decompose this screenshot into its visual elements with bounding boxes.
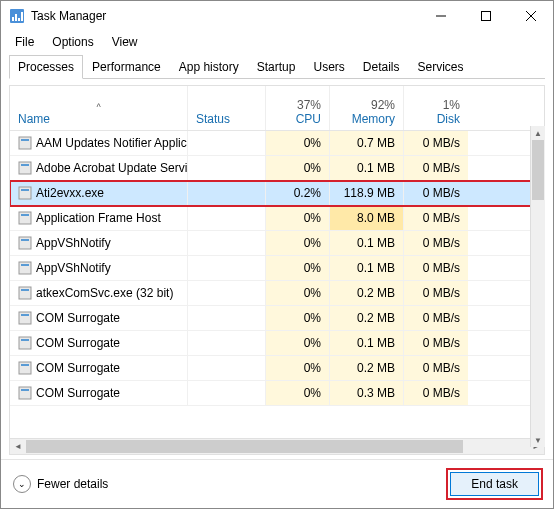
process-memory: 0.2 MB xyxy=(330,281,404,305)
table-row[interactable]: atkexComSvc.exe (32 bit)0%0.2 MB0 MB/s xyxy=(10,281,544,306)
table-row[interactable]: AppVShNotify0%0.1 MB0 MB/s xyxy=(10,256,544,281)
table-row[interactable]: AppVShNotify0%0.1 MB0 MB/s xyxy=(10,231,544,256)
menu-file[interactable]: File xyxy=(7,33,42,51)
process-cpu: 0% xyxy=(266,331,330,355)
process-memory: 0.3 MB xyxy=(330,381,404,405)
hscroll-thumb[interactable] xyxy=(26,440,463,453)
memory-total: 92% xyxy=(338,98,395,112)
process-cpu: 0% xyxy=(266,256,330,280)
process-icon xyxy=(18,311,32,325)
titlebar[interactable]: Task Manager xyxy=(1,1,553,31)
svg-rect-21 xyxy=(19,287,31,299)
process-cpu: 0% xyxy=(266,356,330,380)
minimize-button[interactable] xyxy=(418,1,463,31)
process-icon xyxy=(18,186,32,200)
table-row[interactable]: Ati2evxx.exe0.2%118.9 MB0 MB/s xyxy=(10,181,544,206)
process-disk: 0 MB/s xyxy=(404,181,468,205)
svg-rect-25 xyxy=(19,337,31,349)
svg-rect-27 xyxy=(19,362,31,374)
table-row[interactable]: AAM Updates Notifier Applicati...0%0.7 M… xyxy=(10,131,544,156)
svg-rect-10 xyxy=(21,139,29,141)
tab-details[interactable]: Details xyxy=(354,55,409,79)
process-disk: 0 MB/s xyxy=(404,156,468,180)
menubar: File Options View xyxy=(1,31,553,55)
tab-startup[interactable]: Startup xyxy=(248,55,305,79)
process-name-cell: Ati2evxx.exe xyxy=(10,181,188,205)
process-status xyxy=(188,281,266,305)
process-cpu: 0% xyxy=(266,131,330,155)
svg-rect-26 xyxy=(21,339,29,341)
process-disk: 0 MB/s xyxy=(404,356,468,380)
table-row[interactable]: COM Surrogate0%0.3 MB0 MB/s xyxy=(10,381,544,406)
menu-options[interactable]: Options xyxy=(44,33,101,51)
vertical-scrollbar[interactable]: ▲ ▼ xyxy=(530,126,545,447)
process-disk: 0 MB/s xyxy=(404,381,468,405)
svg-rect-12 xyxy=(21,164,29,166)
table-row[interactable]: COM Surrogate0%0.2 MB0 MB/s xyxy=(10,356,544,381)
close-button[interactable] xyxy=(508,1,553,31)
svg-rect-2 xyxy=(15,14,17,21)
process-icon xyxy=(18,286,32,300)
process-name-cell: COM Surrogate xyxy=(10,306,188,330)
process-name: atkexComSvc.exe (32 bit) xyxy=(36,286,173,300)
process-icon xyxy=(18,261,32,275)
scroll-thumb[interactable] xyxy=(532,140,544,200)
process-name-cell: COM Surrogate xyxy=(10,381,188,405)
table-row[interactable]: COM Surrogate0%0.2 MB0 MB/s xyxy=(10,306,544,331)
svg-rect-6 xyxy=(481,12,490,21)
process-status xyxy=(188,381,266,405)
table-row[interactable]: Application Frame Host0%8.0 MB0 MB/s xyxy=(10,206,544,231)
process-memory: 0.2 MB xyxy=(330,306,404,330)
column-name[interactable]: ^ Name xyxy=(10,86,188,130)
end-task-button[interactable]: End task xyxy=(450,472,539,496)
svg-rect-9 xyxy=(19,137,31,149)
svg-rect-19 xyxy=(19,262,31,274)
process-cpu: 0% xyxy=(266,156,330,180)
svg-rect-23 xyxy=(19,312,31,324)
svg-rect-30 xyxy=(21,389,29,391)
column-name-label: Name xyxy=(18,112,179,126)
process-disk: 0 MB/s xyxy=(404,256,468,280)
svg-rect-15 xyxy=(19,212,31,224)
app-icon xyxy=(9,8,25,24)
scroll-up-icon[interactable]: ▲ xyxy=(531,126,545,140)
process-cpu: 0% xyxy=(266,206,330,230)
scroll-left-icon[interactable]: ◄ xyxy=(10,442,26,451)
horizontal-scrollbar[interactable]: ◄ ► xyxy=(9,439,545,455)
column-disk[interactable]: 1% Disk xyxy=(404,86,468,130)
fewer-details-button[interactable]: ⌄ Fewer details xyxy=(13,475,108,493)
column-status[interactable]: Status xyxy=(188,86,266,130)
process-memory: 0.1 MB xyxy=(330,156,404,180)
tab-app-history[interactable]: App history xyxy=(170,55,248,79)
tabbar: Processes Performance App history Startu… xyxy=(1,55,553,79)
tab-performance[interactable]: Performance xyxy=(83,55,170,79)
table-row[interactable]: Adobe Acrobat Update Service (...0%0.1 M… xyxy=(10,156,544,181)
process-name-cell: Adobe Acrobat Update Service (... xyxy=(10,156,188,180)
column-memory[interactable]: 92% Memory xyxy=(330,86,404,130)
table-row[interactable]: COM Surrogate0%0.1 MB0 MB/s xyxy=(10,331,544,356)
process-status xyxy=(188,181,266,205)
tab-users[interactable]: Users xyxy=(304,55,353,79)
process-icon xyxy=(18,336,32,350)
process-name: COM Surrogate xyxy=(36,311,120,325)
process-icon xyxy=(18,161,32,175)
svg-rect-17 xyxy=(19,237,31,249)
tab-processes[interactable]: Processes xyxy=(9,55,83,79)
scroll-down-icon[interactable]: ▼ xyxy=(531,433,545,447)
maximize-button[interactable] xyxy=(463,1,508,31)
process-cpu: 0% xyxy=(266,381,330,405)
process-memory: 118.9 MB xyxy=(330,181,404,205)
process-icon xyxy=(18,211,32,225)
tab-services[interactable]: Services xyxy=(409,55,473,79)
table-body: AAM Updates Notifier Applicati...0%0.7 M… xyxy=(10,131,544,438)
menu-view[interactable]: View xyxy=(104,33,146,51)
svg-rect-18 xyxy=(21,239,29,241)
process-name-cell: atkexComSvc.exe (32 bit) xyxy=(10,281,188,305)
process-status xyxy=(188,306,266,330)
fewer-details-label: Fewer details xyxy=(37,477,108,491)
process-name: COM Surrogate xyxy=(36,361,120,375)
process-icon xyxy=(18,386,32,400)
column-cpu[interactable]: 37% CPU xyxy=(266,86,330,130)
chevron-up-icon: ⌄ xyxy=(13,475,31,493)
process-name: AppVShNotify xyxy=(36,261,111,275)
